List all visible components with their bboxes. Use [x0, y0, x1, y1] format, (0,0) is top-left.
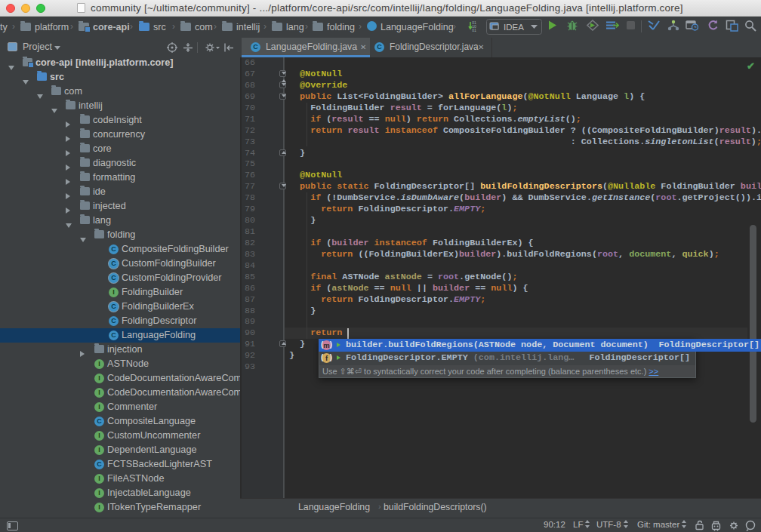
svg-text:IDEA: IDEA: [504, 23, 524, 32]
svg-text:01: 01: [472, 28, 476, 32]
